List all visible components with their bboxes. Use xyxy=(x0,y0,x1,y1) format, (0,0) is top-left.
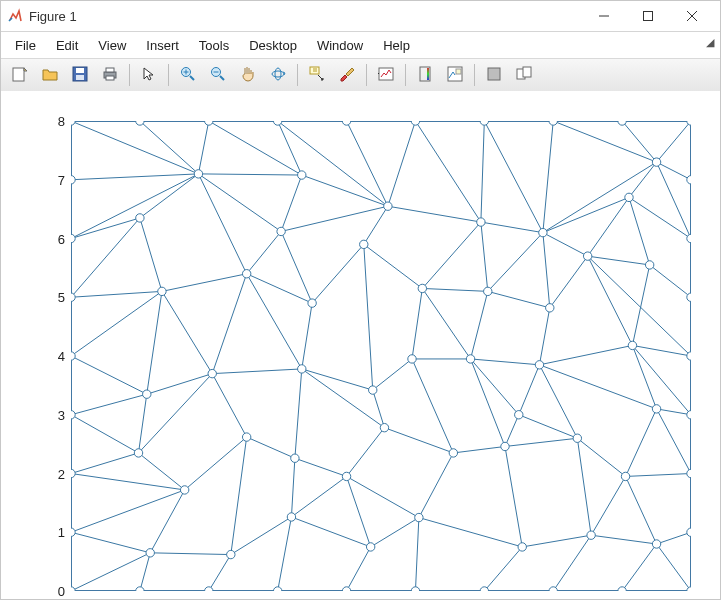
y-tick-label: 3 xyxy=(47,407,65,422)
svg-point-252 xyxy=(143,390,151,398)
svg-line-149 xyxy=(588,256,691,356)
menu-tools[interactable]: Tools xyxy=(191,35,237,56)
open-button[interactable] xyxy=(36,61,64,89)
svg-point-258 xyxy=(535,361,543,369)
new-figure-button[interactable] xyxy=(6,61,34,89)
svg-point-244 xyxy=(342,472,350,480)
svg-line-144 xyxy=(471,291,488,359)
svg-line-156 xyxy=(140,174,199,218)
svg-line-85 xyxy=(291,476,346,517)
brush-button[interactable] xyxy=(333,61,361,89)
toolbar xyxy=(1,59,720,92)
svg-line-93 xyxy=(505,415,519,447)
svg-line-142 xyxy=(422,288,470,359)
svg-line-163 xyxy=(364,206,388,244)
svg-line-167 xyxy=(481,222,488,291)
titlebar: Figure 1 xyxy=(1,1,720,32)
svg-rect-7 xyxy=(106,76,114,80)
minimize-button[interactable] xyxy=(582,1,626,31)
svg-line-181 xyxy=(198,121,208,174)
svg-rect-18 xyxy=(488,68,500,80)
pointer-button[interactable] xyxy=(135,61,163,89)
svg-line-80 xyxy=(185,437,247,490)
svg-line-104 xyxy=(71,415,139,453)
svg-point-214 xyxy=(480,121,488,125)
svg-point-216 xyxy=(618,121,626,125)
open-icon xyxy=(42,66,58,85)
svg-rect-4 xyxy=(76,75,84,80)
rotate3d-button[interactable] xyxy=(264,61,292,89)
save-button[interactable] xyxy=(66,61,94,89)
zoom-out-button[interactable] xyxy=(204,61,232,89)
svg-line-185 xyxy=(278,121,388,206)
svg-point-272 xyxy=(384,202,392,210)
svg-point-243 xyxy=(291,454,299,462)
y-tick-label: 4 xyxy=(47,349,65,364)
menu-insert[interactable]: Insert xyxy=(138,35,187,56)
svg-point-239 xyxy=(652,540,660,548)
svg-line-160 xyxy=(247,231,281,273)
menu-view[interactable]: View xyxy=(90,35,134,56)
link-button[interactable] xyxy=(372,61,400,89)
menu-file[interactable]: File xyxy=(7,35,44,56)
svg-point-203 xyxy=(411,587,419,591)
svg-line-132 xyxy=(162,291,212,373)
datacursor-button[interactable] xyxy=(303,61,331,89)
svg-point-263 xyxy=(360,240,368,248)
svg-point-233 xyxy=(227,550,235,558)
brush-icon xyxy=(339,66,355,85)
svg-point-240 xyxy=(134,449,142,457)
svg-line-126 xyxy=(632,345,691,414)
menu-desktop[interactable]: Desktop xyxy=(241,35,305,56)
svg-line-62 xyxy=(278,517,292,591)
svg-point-266 xyxy=(546,304,554,312)
svg-line-63 xyxy=(291,517,370,547)
menu-edit[interactable]: Edit xyxy=(48,35,86,56)
svg-line-112 xyxy=(212,369,302,374)
svg-line-124 xyxy=(632,345,656,408)
svg-rect-6 xyxy=(106,68,114,72)
print-button[interactable] xyxy=(96,61,124,89)
colorbar-button[interactable] xyxy=(411,61,439,89)
svg-point-204 xyxy=(480,587,488,591)
hide-tools-icon xyxy=(486,66,502,85)
svg-line-110 xyxy=(295,369,302,458)
svg-point-253 xyxy=(208,369,216,377)
svg-rect-20 xyxy=(523,67,531,77)
maximize-button[interactable] xyxy=(626,1,670,31)
svg-line-118 xyxy=(471,359,505,447)
menu-window[interactable]: Window xyxy=(309,35,371,56)
zoom-in-button[interactable] xyxy=(174,61,202,89)
svg-line-150 xyxy=(588,256,650,265)
dock-button[interactable] xyxy=(510,61,538,89)
svg-line-116 xyxy=(412,359,453,453)
svg-point-234 xyxy=(287,513,295,521)
menu-help[interactable]: Help xyxy=(375,35,418,56)
svg-line-81 xyxy=(231,437,247,555)
svg-point-246 xyxy=(449,449,457,457)
svg-line-139 xyxy=(364,244,373,390)
axes[interactable]: 012345678 xyxy=(71,121,691,591)
svg-line-162 xyxy=(281,175,302,231)
colorbar-icon xyxy=(417,66,433,85)
svg-line-180 xyxy=(140,121,199,174)
toolbar-overflow-icon[interactable]: ◢ xyxy=(706,36,714,49)
pan-button[interactable] xyxy=(234,61,262,89)
legend-button[interactable] xyxy=(441,61,469,89)
figure-window: Figure 1 FileEditViewInsertToolsDesktopW… xyxy=(0,0,721,600)
svg-line-75 xyxy=(71,490,185,532)
link-icon xyxy=(378,66,394,85)
pan-icon xyxy=(240,66,256,85)
new-figure-icon xyxy=(12,66,28,85)
svg-point-202 xyxy=(342,587,350,591)
svg-line-108 xyxy=(212,374,246,437)
svg-line-151 xyxy=(650,265,691,297)
svg-point-268 xyxy=(645,261,653,269)
close-button[interactable] xyxy=(670,1,714,31)
datacursor-icon xyxy=(309,66,325,85)
svg-line-161 xyxy=(281,231,312,303)
hide-tools-button[interactable] xyxy=(480,61,508,89)
svg-line-113 xyxy=(373,390,385,428)
svg-line-179 xyxy=(71,121,198,174)
svg-line-134 xyxy=(212,274,246,374)
